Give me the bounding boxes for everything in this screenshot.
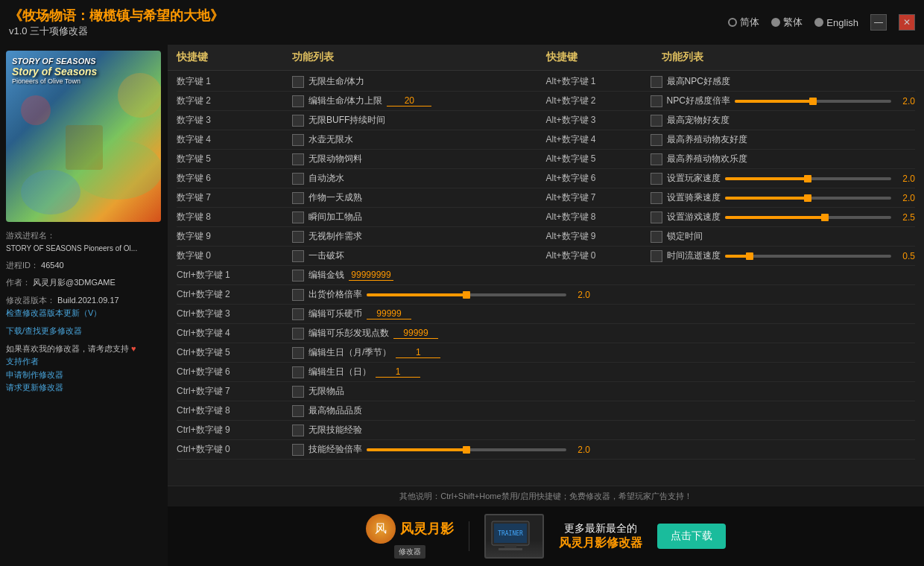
ctrl-input-value[interactable]: 99999999 (349, 270, 393, 281)
ctrl-key-cell: Ctrl+数字键 9 (177, 424, 292, 436)
slider-thumb[interactable] (463, 291, 470, 299)
checkbox-right[interactable] (651, 192, 662, 204)
request2-link-row[interactable]: 请求更新修改器 (6, 381, 162, 395)
title-left: 《牧场物语：橄榄镇与希望的大地》 v1.0 三十项修改器 (9, 7, 224, 38)
func-text: 设置游戏速度 (667, 211, 721, 223)
key-cell-left: 数字键 8 (177, 211, 292, 223)
game-title: 《牧场物语：橄榄镇与希望的大地》 (9, 7, 224, 25)
checkbox-right[interactable] (651, 173, 662, 185)
right-col: Alt+数字键 3最高宠物好友度 (546, 114, 916, 127)
download-anchor[interactable]: 下载/查找更多修改器 (6, 326, 82, 335)
checkbox-left[interactable] (292, 192, 304, 204)
minimize-button[interactable]: — (870, 14, 887, 31)
slider-thumb[interactable] (463, 446, 470, 454)
slider-thumb[interactable] (821, 214, 829, 221)
checkbox-left[interactable] (292, 134, 304, 146)
ctrl-func-cell: 编辑金钱 99999999 (308, 269, 915, 282)
ctrl-checkbox[interactable] (292, 386, 304, 398)
checkbox-right[interactable] (651, 212, 662, 223)
slider-container[interactable]: 2.0 (367, 445, 590, 455)
ctrl-input-value[interactable]: 99999 (393, 328, 438, 339)
slider-container[interactable]: 2.0 (725, 193, 916, 203)
ctrl-checkbox[interactable] (292, 347, 304, 359)
slider-track (735, 100, 891, 103)
ctrl-input-value[interactable]: 1 (376, 366, 420, 378)
slider-thumb[interactable] (804, 194, 811, 202)
ctrl-checkbox[interactable] (292, 405, 304, 417)
checkbox-right[interactable] (651, 153, 662, 165)
support-anchor[interactable]: 支持作者 (6, 357, 39, 366)
slider-fill (725, 216, 825, 219)
banner-logo-char: 风 (375, 521, 387, 537)
ctrl-checkbox[interactable] (292, 424, 304, 436)
check-update-anchor[interactable]: 检查修改器版本更新（V） (6, 308, 101, 317)
checkbox-left[interactable] (292, 95, 304, 107)
cover-art-svg (6, 51, 161, 222)
checkbox-right[interactable] (651, 76, 662, 88)
func-text: 锁定时间 (667, 230, 703, 243)
ctrl-checkbox[interactable] (292, 289, 304, 301)
table-row: 数字键 2编辑生命/体力上限20Alt+数字键 2 NPC好感度倍率 2.0 (177, 92, 915, 111)
checkbox-right[interactable] (651, 250, 662, 262)
banner-slogan-2: 风灵月影修改器 (559, 535, 642, 551)
ctrl-checkbox[interactable] (292, 328, 304, 340)
left-col: 数字键 4水壶无限水 (177, 133, 546, 146)
slider-container[interactable]: 2.5 (725, 212, 916, 223)
proc-name: STORY OF SEASONS Pioneers of Ol... (6, 243, 162, 255)
checkbox-left[interactable] (292, 115, 304, 127)
func-cell-left: 无限动物饲料 (308, 153, 546, 165)
func-cell-right: 锁定时间 (667, 230, 916, 243)
left-col: 数字键 2编辑生命/体力上限20 (177, 95, 546, 107)
slider-thumb[interactable] (746, 252, 753, 260)
checkbox-left[interactable] (292, 212, 304, 223)
checkbox-left[interactable] (292, 76, 304, 88)
checkbox-right[interactable] (651, 231, 662, 243)
ctrl-checkbox[interactable] (292, 444, 304, 456)
slider-container[interactable]: 0.5 (725, 251, 916, 261)
pid-value: 46540 (41, 261, 64, 270)
ctrl-input-value[interactable]: 1 (396, 347, 440, 358)
func-cell-left: 瞬间加工物品 (308, 211, 546, 223)
lang-english-label: English (826, 17, 858, 28)
ctrl-checkbox[interactable] (292, 270, 304, 282)
checkbox-left[interactable] (292, 173, 304, 185)
close-button[interactable]: ✕ (899, 14, 915, 31)
ctrl-key-cell: Ctrl+数字键 2 (177, 288, 292, 301)
slider-value: 2.0 (896, 96, 915, 106)
support-link-row[interactable]: 支持作者 (6, 355, 162, 369)
lang-english[interactable]: English (814, 17, 858, 28)
checkbox-right[interactable] (651, 115, 662, 127)
checkbox-right[interactable] (651, 95, 662, 107)
check-update-link[interactable]: 检查修改器版本更新（V） (6, 307, 162, 320)
request2-anchor[interactable]: 请求更新修改器 (6, 383, 63, 392)
slider-container[interactable]: 2.0 (735, 96, 915, 106)
lang-simplified-label: 简体 (740, 16, 759, 29)
checkbox-left[interactable] (292, 153, 304, 165)
lang-traditional[interactable]: 繁体 (771, 16, 803, 29)
slider-container[interactable]: 2.0 (725, 174, 916, 184)
ctrl-checkbox[interactable] (292, 366, 304, 378)
lang-simplified[interactable]: 简体 (728, 16, 759, 29)
ctrl-checkbox[interactable] (292, 308, 304, 320)
request1-anchor[interactable]: 申请制作修改器 (6, 370, 63, 379)
input-value[interactable]: 20 (387, 95, 431, 106)
ctrl-input-value[interactable]: 99999 (367, 308, 411, 319)
request1-link-row[interactable]: 申请制作修改器 (6, 369, 162, 382)
svg-rect-4 (66, 125, 103, 170)
slider-thumb[interactable] (809, 98, 817, 105)
slider-container[interactable]: 2.0 (367, 290, 590, 300)
key-cell-right: Alt+数字键 4 (546, 133, 651, 146)
checkbox-right[interactable] (651, 134, 662, 146)
ctrl-key-cell: Ctrl+数字键 1 (177, 269, 292, 282)
checkbox-left[interactable] (292, 231, 304, 243)
download-link-row[interactable]: 下载/查找更多修改器 (6, 325, 162, 338)
slider-thumb[interactable] (804, 175, 811, 182)
func-text: 无限BUFF持续时间 (308, 114, 385, 127)
table-row: 数字键 4水壶无限水Alt+数字键 4最高养殖动物友好度 (177, 130, 915, 150)
download-button[interactable]: 点击下载 (657, 524, 726, 549)
table-header: 快捷键 功能列表 快捷键 功能列表 (168, 45, 924, 71)
slider-fill (725, 177, 808, 180)
checkbox-left[interactable] (292, 250, 304, 262)
func-text: NPC好感度倍率 (667, 95, 730, 107)
func-text: 技能经验倍率 (308, 443, 362, 456)
